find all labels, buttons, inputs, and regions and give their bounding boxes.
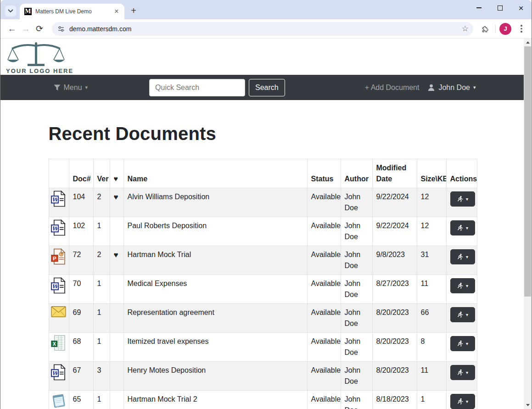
main-navbar: Menu ▾ Search + Add Document John Doe ▾ <box>0 75 525 100</box>
navbar-right: + Add Document John Doe ▾ <box>365 84 476 92</box>
page-content: YOUR LOGO HERE Menu ▾ Search + <box>0 39 525 409</box>
email-file-icon <box>49 304 69 333</box>
modified-date-cell: 8/20/2023 <box>372 362 417 391</box>
chevron-down-icon: ▾ <box>466 370 468 375</box>
url-text[interactable]: demo.mattersdm.com <box>69 25 457 33</box>
favorite-heart-icon: ♥ <box>114 193 118 202</box>
address-bar[interactable]: demo.mattersdm.com ☆ <box>52 22 473 36</box>
modified-date-cell: 9/22/2024 <box>372 217 417 246</box>
scroll-up-button[interactable] <box>524 39 532 46</box>
site-logo[interactable]: YOUR LOGO HERE <box>6 41 67 74</box>
document-name-cell: Alvin Williams Deposition <box>123 188 307 217</box>
modified-date-cell: 8/20/2023 <box>372 304 417 333</box>
favorite-cell <box>110 304 123 333</box>
svg-text:X: X <box>52 342 56 347</box>
close-button[interactable]: × <box>510 0 532 16</box>
user-icon <box>427 84 435 91</box>
triangle-up-icon <box>526 41 530 44</box>
back-button[interactable]: ← <box>5 22 19 36</box>
chevron-down-icon <box>8 9 13 13</box>
bookmark-star-icon[interactable]: ☆ <box>462 24 469 34</box>
modified-date-cell: 8/18/2023 <box>372 391 417 409</box>
site-header: YOUR LOGO HERE <box>0 39 525 75</box>
extensions-button[interactable] <box>478 22 492 36</box>
status-cell: Available <box>307 304 341 333</box>
maximize-button[interactable] <box>489 0 510 16</box>
profile-avatar[interactable]: J <box>499 23 511 35</box>
forward-button[interactable]: → <box>19 22 33 36</box>
scroll-down-button[interactable] <box>524 401 532 409</box>
actions-cell: ▾ <box>446 188 477 217</box>
document-name-cell: Henry Motes Deposition <box>123 362 307 391</box>
size-cell: 31 <box>417 246 446 275</box>
status-cell: Available <box>307 217 341 246</box>
document-actions-button[interactable]: ▾ <box>450 336 475 351</box>
document-actions-button[interactable]: ▾ <box>450 220 475 235</box>
document-actions-button[interactable]: ▾ <box>450 365 475 380</box>
tab-search-button[interactable] <box>5 6 16 17</box>
name-column-header: Name <box>123 159 307 188</box>
favorite-heart-icon: ♥ <box>114 251 118 259</box>
page-scrollbar[interactable] <box>524 39 532 409</box>
document-actions-button[interactable]: ▾ <box>450 278 475 293</box>
minimize-icon <box>476 7 482 8</box>
user-menu-dropdown[interactable]: John Doe ▾ <box>427 84 476 92</box>
favorite-cell <box>110 391 123 409</box>
favorite-cell: ♥ <box>110 188 123 217</box>
document-row: X681Itemized travel expensesAvailableJoh… <box>49 333 477 362</box>
document-actions-button[interactable]: ▾ <box>450 394 475 409</box>
status-cell: Available <box>307 275 341 304</box>
site-settings-icon[interactable] <box>57 25 65 33</box>
status-column-header: Status <box>307 159 341 188</box>
quick-search-input[interactable] <box>149 79 245 96</box>
main-content: Recent Documents Doc#Ver♥NameStatusAutho… <box>49 100 477 409</box>
size-cell: 1 <box>417 391 446 409</box>
browser-tab[interactable]: M Matters DM Live Demo × <box>20 4 124 19</box>
document-row: W701Medical ExpensesAvailableJohn Doe8/2… <box>49 275 477 304</box>
close-icon: × <box>518 4 523 12</box>
size-cell: 12 <box>417 188 446 217</box>
reload-button[interactable]: ⟳ <box>33 22 46 36</box>
favorite-cell <box>110 217 123 246</box>
document-name-cell: Representation agreement <box>123 304 307 333</box>
version-cell: 2 <box>93 188 110 217</box>
run-action-icon <box>457 224 464 231</box>
add-document-button[interactable]: + Add Document <box>365 84 420 92</box>
search-button[interactable]: Search <box>249 79 285 96</box>
document-row: W673Henry Motes DepositionAvailableJohn … <box>49 362 477 391</box>
page-viewport: YOUR LOGO HERE Menu ▾ Search + <box>0 39 532 409</box>
status-cell: Available <box>307 333 341 362</box>
tab-close-icon[interactable]: × <box>112 7 121 16</box>
puzzle-icon <box>481 25 489 33</box>
modified-date-cell: 9/8/2023 <box>372 246 417 275</box>
chevron-down-icon: ▾ <box>466 255 468 259</box>
toolbar-divider <box>495 25 496 33</box>
document-actions-button[interactable]: ▾ <box>450 307 475 322</box>
scrollbar-thumb[interactable] <box>524 46 531 297</box>
author-cell: John Doe <box>341 275 372 304</box>
size-cell: 11 <box>417 362 446 391</box>
new-tab-button[interactable]: + <box>127 5 140 17</box>
favorite-cell <box>110 362 123 391</box>
chevron-down-icon: ▾ <box>466 313 468 317</box>
doc-number-cell: 67 <box>69 362 93 391</box>
document-name-cell: Hartman Mock Trial 2 <box>123 391 307 409</box>
run-action-icon <box>457 311 464 318</box>
run-action-icon <box>457 282 464 289</box>
browser-menu-button[interactable] <box>515 22 528 35</box>
document-name-cell: Itemized travel expenses <box>123 333 307 362</box>
document-actions-button[interactable]: ▾ <box>450 249 475 264</box>
document-name-cell: Hartman Mock Trial <box>123 246 307 275</box>
excel-file-icon: X <box>49 333 69 362</box>
actions-column-header: Actions <box>446 159 477 188</box>
size-cell: 66 <box>417 304 446 333</box>
document-actions-button[interactable]: ▾ <box>450 191 475 207</box>
run-action-icon <box>457 369 464 376</box>
run-action-icon <box>457 253 464 260</box>
minimize-button[interactable] <box>468 0 489 16</box>
author-cell: John Doe <box>341 246 372 275</box>
modified-date-column-header: Modified Date <box>372 159 417 188</box>
svg-text:P: P <box>53 256 56 261</box>
author-cell: John Doe <box>341 362 372 391</box>
document-row: 691Representation agreementAvailableJohn… <box>49 304 477 333</box>
